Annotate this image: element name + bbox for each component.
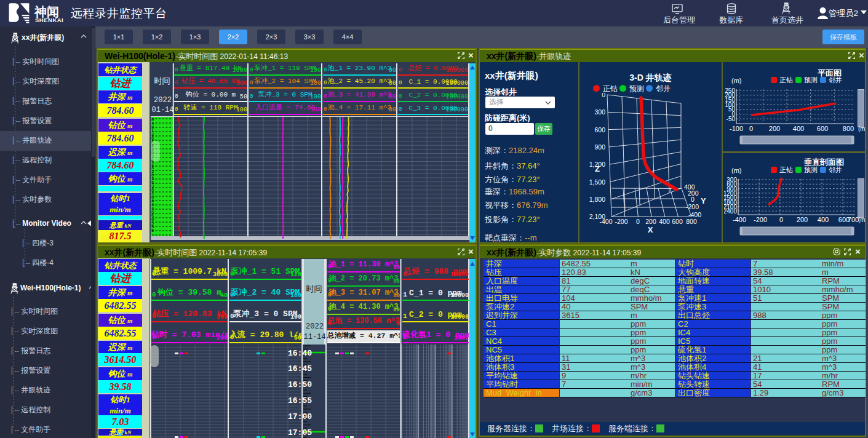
svg-text:-400: -400	[733, 216, 746, 223]
svg-text:1,800: 1,800	[589, 196, 605, 203]
svg-text:600: 600	[672, 218, 683, 225]
svg-text:600: 600	[594, 126, 605, 133]
svg-text:200: 200	[645, 218, 656, 225]
svg-text:-50: -50	[727, 116, 736, 122]
svg-text:200: 200	[797, 216, 808, 223]
svg-text:(m: (m	[858, 125, 865, 132]
svg-text:Z: Z	[595, 164, 600, 173]
svg-text:1,500: 1,500	[589, 178, 605, 186]
svg-text:X: X	[648, 225, 653, 234]
svg-text:-200: -200	[754, 216, 767, 223]
svg-text:-200: -200	[686, 203, 699, 210]
svg-text:-400: -400	[688, 211, 701, 218]
svg-text:0: 0	[602, 93, 605, 98]
svg-text:(m: (m	[858, 217, 865, 223]
svg-text:0: 0	[636, 218, 640, 225]
svg-text:0: 0	[749, 125, 753, 132]
svg-text:-200: -200	[615, 218, 627, 225]
svg-text:800: 800	[843, 125, 854, 132]
svg-text:-100: -100	[730, 125, 743, 132]
svg-text:400: 400	[818, 216, 829, 223]
svg-text:6: 6	[151, 228, 154, 233]
svg-text:0: 0	[691, 196, 695, 203]
svg-text:700: 700	[848, 216, 859, 223]
svg-text:400: 400	[659, 218, 670, 225]
svg-text:2400: 2400	[724, 208, 737, 215]
svg-text:800: 800	[686, 218, 697, 225]
svg-text:900: 900	[594, 143, 605, 151]
svg-text:0: 0	[779, 216, 783, 223]
svg-text:400: 400	[793, 125, 804, 132]
svg-text:300: 300	[594, 108, 605, 116]
svg-text:-400: -400	[599, 218, 612, 225]
svg-text:200: 200	[769, 125, 780, 132]
svg-text:Y: Y	[701, 196, 706, 205]
svg-text:600: 600	[817, 125, 828, 132]
